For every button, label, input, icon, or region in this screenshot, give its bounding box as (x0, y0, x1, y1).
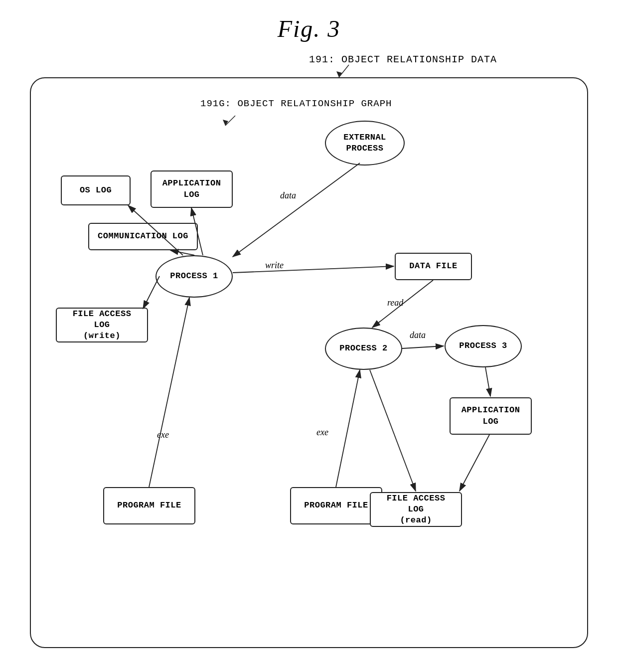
node-process2: PROCESS 2 (325, 328, 402, 370)
svg-line-6 (233, 266, 394, 273)
page: Fig. 3 191: OBJECT RELATIONSHIP DATA 191… (0, 0, 618, 672)
svg-line-17 (460, 435, 489, 491)
svg-line-5 (233, 163, 360, 257)
edge-label-data2: data (410, 330, 426, 340)
node-os-log: OS LOG (61, 175, 131, 205)
edge-label-exe1: exe (157, 430, 169, 440)
node-process3: PROCESS 3 (445, 325, 522, 367)
svg-line-0 (339, 65, 349, 77)
inner-label: 191G: OBJECT RELATIONSHIP GRAPH (200, 98, 392, 109)
node-comm-log: COMMUNICATION LOG (88, 223, 198, 250)
node-process1: PROCESS 1 (155, 255, 233, 298)
node-data-file: DATA FILE (395, 253, 472, 280)
svg-line-11 (170, 250, 194, 255)
figure-title: Fig. 3 (0, 0, 618, 42)
outer-label: 191: OBJECT RELATIONSHIP DATA (309, 54, 497, 65)
edge-label-exe2: exe (316, 427, 328, 438)
svg-line-2 (225, 116, 235, 126)
svg-line-16 (370, 370, 416, 491)
svg-marker-3 (223, 120, 228, 126)
node-app-log1: APPLICATION LOG (151, 170, 233, 208)
node-file-access-log-write: FILE ACCESS LOG (write) (56, 308, 148, 342)
node-program-file2: PROGRAM FILE (290, 487, 382, 524)
svg-line-15 (485, 367, 490, 396)
node-external-process: EXTERNAL PROCESS (325, 121, 405, 166)
edge-label-write: write (265, 260, 284, 271)
node-app-log2: APPLICATION LOG (450, 397, 532, 435)
svg-line-8 (402, 346, 444, 348)
svg-marker-1 (336, 71, 342, 77)
node-program-file1: PROGRAM FILE (103, 487, 195, 524)
edge-label-read: read (387, 298, 403, 308)
edge-label-data1: data (280, 190, 296, 201)
svg-line-13 (149, 298, 189, 487)
outer-box: 191G: OBJECT RELATIONSHIP GRAPH EXTERNAL… (30, 77, 588, 648)
svg-line-14 (336, 370, 360, 487)
node-file-access-log-read: FILE ACCESS LOG (read) (370, 492, 462, 527)
